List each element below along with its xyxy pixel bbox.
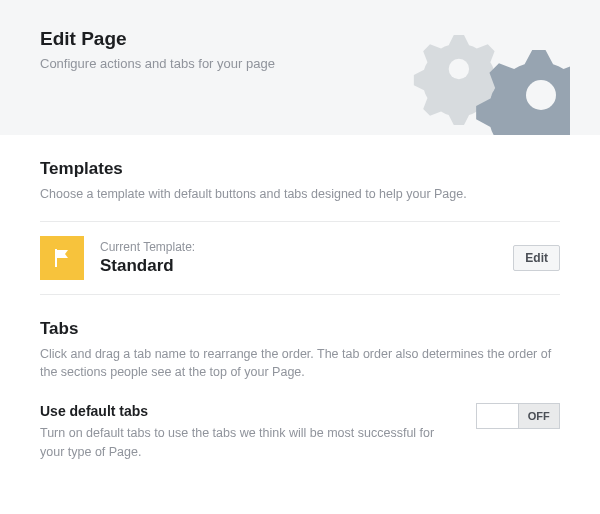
- templates-section: Templates Choose a template with default…: [0, 135, 600, 203]
- tabs-heading: Tabs: [40, 319, 560, 339]
- edit-template-button[interactable]: Edit: [513, 245, 560, 271]
- default-tabs-toggle[interactable]: OFF: [476, 403, 560, 429]
- default-tabs-row: Use default tabs Turn on default tabs to…: [40, 403, 560, 460]
- svg-point-0: [449, 59, 469, 79]
- page-header: Edit Page Configure actions and tabs for…: [0, 0, 600, 135]
- flag-icon: [40, 236, 84, 280]
- tabs-desc: Click and drag a tab name to rearrange t…: [40, 345, 560, 381]
- current-template-row: Current Template: Standard Edit: [40, 236, 560, 295]
- templates-heading: Templates: [40, 159, 560, 179]
- current-template-value: Standard: [100, 256, 497, 276]
- current-template-text: Current Template: Standard: [100, 240, 497, 276]
- default-tabs-text: Use default tabs Turn on default tabs to…: [40, 403, 456, 460]
- current-template-label: Current Template:: [100, 240, 497, 254]
- default-tabs-heading: Use default tabs: [40, 403, 456, 419]
- default-tabs-desc: Turn on default tabs to use the tabs we …: [40, 424, 456, 460]
- gears-icon: [380, 0, 570, 135]
- svg-rect-2: [55, 249, 57, 267]
- toggle-on-half: [477, 404, 518, 428]
- toggle-off-half: OFF: [518, 404, 560, 428]
- tabs-section: Tabs Click and drag a tab name to rearra…: [0, 295, 600, 381]
- svg-point-1: [526, 80, 556, 110]
- templates-desc: Choose a template with default buttons a…: [40, 185, 560, 203]
- divider: [40, 221, 560, 222]
